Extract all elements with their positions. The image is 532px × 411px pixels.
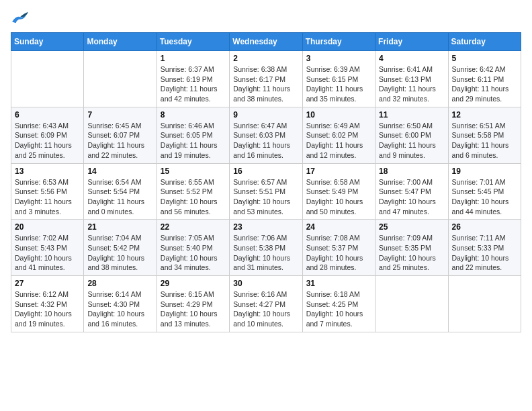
day-number: 9 (233, 110, 298, 120)
day-number: 10 (306, 110, 371, 120)
day-header-monday: Monday (84, 33, 157, 51)
day-number: 8 (161, 110, 226, 120)
calendar-cell: 26Sunrise: 7:11 AMSunset: 5:33 PMDayligh… (448, 220, 521, 276)
day-number: 13 (15, 167, 80, 176)
day-number: 4 (379, 54, 444, 63)
calendar-cell (448, 276, 521, 332)
day-info: Sunrise: 6:12 AMSunset: 4:32 PMDaylight:… (15, 289, 80, 329)
calendar-cell: 31Sunrise: 6:18 AMSunset: 4:25 PMDayligh… (302, 276, 375, 332)
calendar-cell: 7Sunrise: 6:45 AMSunset: 6:07 PMDaylight… (84, 107, 157, 163)
page-header (11, 11, 521, 26)
day-info: Sunrise: 7:04 AMSunset: 5:42 PMDaylight:… (87, 233, 152, 273)
day-number: 31 (306, 279, 371, 288)
day-info: Sunrise: 6:15 AMSunset: 4:29 PMDaylight:… (161, 289, 226, 329)
day-info: Sunrise: 7:06 AMSunset: 5:38 PMDaylight:… (233, 233, 298, 273)
day-info: Sunrise: 6:51 AMSunset: 5:58 PMDaylight:… (452, 121, 517, 161)
day-info: Sunrise: 7:09 AMSunset: 5:35 PMDaylight:… (379, 233, 444, 273)
day-info: Sunrise: 6:37 AMSunset: 6:19 PMDaylight:… (161, 64, 226, 104)
day-info: Sunrise: 6:49 AMSunset: 6:02 PMDaylight:… (306, 121, 371, 161)
calendar-cell (11, 51, 84, 107)
day-info: Sunrise: 6:41 AMSunset: 6:13 PMDaylight:… (379, 64, 444, 104)
calendar-week-row: 20Sunrise: 7:02 AMSunset: 5:43 PMDayligh… (11, 220, 521, 276)
day-number: 25 (379, 222, 444, 232)
day-number: 2 (233, 54, 298, 63)
calendar-cell: 9Sunrise: 6:47 AMSunset: 6:03 PMDaylight… (230, 107, 302, 163)
day-number: 12 (452, 110, 517, 120)
calendar-cell: 3Sunrise: 6:39 AMSunset: 6:15 PMDaylight… (302, 51, 375, 107)
calendar-cell: 5Sunrise: 6:42 AMSunset: 6:11 PMDaylight… (448, 51, 521, 107)
calendar-cell: 4Sunrise: 6:41 AMSunset: 6:13 PMDaylight… (375, 51, 448, 107)
calendar-cell: 12Sunrise: 6:51 AMSunset: 5:58 PMDayligh… (448, 107, 521, 163)
day-number: 1 (161, 54, 226, 63)
logo-bird-icon (11, 11, 30, 26)
day-number: 11 (379, 110, 444, 120)
day-number: 21 (87, 222, 152, 232)
day-info: Sunrise: 6:38 AMSunset: 6:17 PMDaylight:… (233, 64, 298, 104)
calendar-cell: 22Sunrise: 7:05 AMSunset: 5:40 PMDayligh… (157, 220, 229, 276)
calendar-cell: 13Sunrise: 6:53 AMSunset: 5:56 PMDayligh… (11, 163, 84, 220)
day-number: 5 (452, 54, 517, 63)
calendar-cell: 25Sunrise: 7:09 AMSunset: 5:35 PMDayligh… (375, 220, 448, 276)
calendar-cell: 17Sunrise: 6:58 AMSunset: 5:49 PMDayligh… (302, 163, 375, 220)
calendar-cell: 10Sunrise: 6:49 AMSunset: 6:02 PMDayligh… (302, 107, 375, 163)
day-info: Sunrise: 7:00 AMSunset: 5:47 PMDaylight:… (379, 177, 444, 217)
day-info: Sunrise: 6:14 AMSunset: 4:30 PMDaylight:… (87, 289, 152, 329)
day-number: 18 (379, 167, 444, 176)
calendar-cell (84, 51, 157, 107)
day-header-tuesday: Tuesday (157, 33, 229, 51)
day-number: 16 (233, 167, 298, 176)
day-info: Sunrise: 6:47 AMSunset: 6:03 PMDaylight:… (233, 121, 298, 161)
calendar-cell: 8Sunrise: 6:46 AMSunset: 6:05 PMDaylight… (157, 107, 229, 163)
calendar-cell: 15Sunrise: 6:55 AMSunset: 5:52 PMDayligh… (157, 163, 229, 220)
day-header-thursday: Thursday (302, 33, 375, 51)
calendar-cell: 2Sunrise: 6:38 AMSunset: 6:17 PMDaylight… (230, 51, 302, 107)
calendar-cell: 19Sunrise: 7:01 AMSunset: 5:45 PMDayligh… (448, 163, 521, 220)
day-info: Sunrise: 6:42 AMSunset: 6:11 PMDaylight:… (452, 64, 517, 104)
day-number: 17 (306, 167, 371, 176)
calendar-table: SundayMondayTuesdayWednesdayThursdayFrid… (11, 32, 521, 332)
day-info: Sunrise: 7:11 AMSunset: 5:33 PMDaylight:… (452, 233, 517, 273)
day-number: 30 (233, 279, 298, 288)
day-number: 3 (306, 54, 371, 63)
calendar-cell: 21Sunrise: 7:04 AMSunset: 5:42 PMDayligh… (84, 220, 157, 276)
day-number: 24 (306, 222, 371, 232)
calendar-cell: 29Sunrise: 6:15 AMSunset: 4:29 PMDayligh… (157, 276, 229, 332)
day-info: Sunrise: 7:05 AMSunset: 5:40 PMDaylight:… (161, 233, 226, 273)
day-number: 26 (452, 222, 517, 232)
calendar-cell: 14Sunrise: 6:54 AMSunset: 5:54 PMDayligh… (84, 163, 157, 220)
calendar-cell: 30Sunrise: 6:16 AMSunset: 4:27 PMDayligh… (230, 276, 302, 332)
calendar-header-row: SundayMondayTuesdayWednesdayThursdayFrid… (11, 33, 521, 51)
day-number: 28 (87, 279, 152, 288)
calendar-week-row: 13Sunrise: 6:53 AMSunset: 5:56 PMDayligh… (11, 163, 521, 220)
day-info: Sunrise: 6:43 AMSunset: 6:09 PMDaylight:… (15, 121, 80, 161)
day-info: Sunrise: 6:16 AMSunset: 4:27 PMDaylight:… (233, 289, 298, 329)
calendar-cell: 23Sunrise: 7:06 AMSunset: 5:38 PMDayligh… (230, 220, 302, 276)
calendar-cell: 24Sunrise: 7:08 AMSunset: 5:37 PMDayligh… (302, 220, 375, 276)
day-info: Sunrise: 6:55 AMSunset: 5:52 PMDaylight:… (161, 177, 226, 217)
day-header-saturday: Saturday (448, 33, 521, 51)
day-number: 15 (161, 167, 226, 176)
day-info: Sunrise: 6:18 AMSunset: 4:25 PMDaylight:… (306, 289, 371, 329)
calendar-cell: 18Sunrise: 7:00 AMSunset: 5:47 PMDayligh… (375, 163, 448, 220)
calendar-cell: 20Sunrise: 7:02 AMSunset: 5:43 PMDayligh… (11, 220, 84, 276)
calendar-cell: 27Sunrise: 6:12 AMSunset: 4:32 PMDayligh… (11, 276, 84, 332)
day-number: 23 (233, 222, 298, 232)
calendar-week-row: 6Sunrise: 6:43 AMSunset: 6:09 PMDaylight… (11, 107, 521, 163)
day-info: Sunrise: 6:54 AMSunset: 5:54 PMDaylight:… (87, 177, 152, 217)
calendar-week-row: 1Sunrise: 6:37 AMSunset: 6:19 PMDaylight… (11, 51, 521, 107)
day-number: 29 (161, 279, 226, 288)
day-info: Sunrise: 6:45 AMSunset: 6:07 PMDaylight:… (87, 121, 152, 161)
day-info: Sunrise: 6:53 AMSunset: 5:56 PMDaylight:… (15, 177, 80, 217)
logo (11, 11, 32, 26)
calendar-week-row: 27Sunrise: 6:12 AMSunset: 4:32 PMDayligh… (11, 276, 521, 332)
day-number: 27 (15, 279, 80, 288)
day-number: 19 (452, 167, 517, 176)
day-info: Sunrise: 7:08 AMSunset: 5:37 PMDaylight:… (306, 233, 371, 273)
day-header-friday: Friday (375, 33, 448, 51)
calendar-cell: 1Sunrise: 6:37 AMSunset: 6:19 PMDaylight… (157, 51, 229, 107)
day-info: Sunrise: 6:58 AMSunset: 5:49 PMDaylight:… (306, 177, 371, 217)
day-number: 14 (87, 167, 152, 176)
day-number: 20 (15, 222, 80, 232)
day-info: Sunrise: 6:50 AMSunset: 6:00 PMDaylight:… (379, 121, 444, 161)
day-number: 6 (15, 110, 80, 120)
